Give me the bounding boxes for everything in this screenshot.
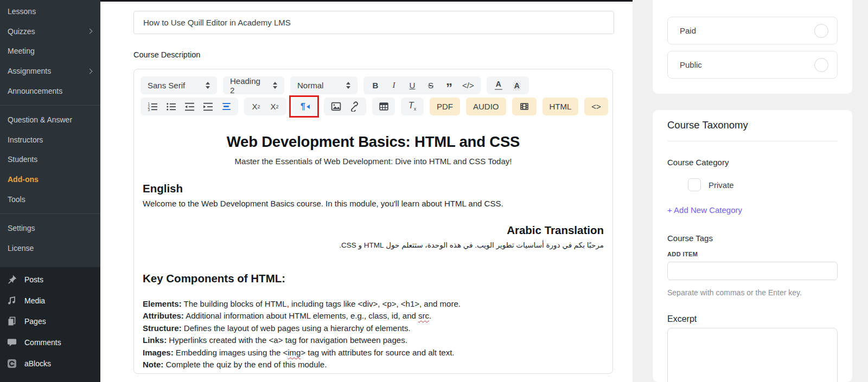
english-paragraph: Welcome to the Web Development Basics co… — [143, 199, 604, 208]
italic-button[interactable]: I — [385, 76, 403, 94]
excerpt-textarea[interactable] — [667, 328, 838, 382]
chevron-right-icon — [87, 68, 93, 74]
public-option[interactable]: Public — [667, 51, 838, 79]
link-icon[interactable] — [346, 98, 363, 115]
html-button[interactable]: HTML — [542, 98, 579, 115]
wp-admin-sidebar: Lessons Quizzes Meeting Assignments Anno… — [0, 0, 100, 382]
ablocks-logo-icon — [7, 358, 17, 369]
video-button[interactable] — [512, 98, 537, 115]
sidebar-divider — [0, 213, 100, 214]
arabic-heading: Arabic Translation — [143, 224, 604, 237]
add-item-label: ADD ITEM — [667, 251, 838, 257]
paid-radio[interactable] — [814, 24, 828, 38]
size-select[interactable]: Normal — [290, 76, 358, 94]
course-title-input[interactable] — [133, 11, 614, 34]
outdent-icon[interactable] — [181, 98, 198, 115]
sidebar-divider — [0, 105, 100, 106]
clear-format-button[interactable]: Tx — [401, 98, 424, 115]
sidebar-item-media[interactable]: Media — [0, 290, 100, 312]
sidebar-item-quizzes[interactable]: Quizzes — [0, 22, 100, 42]
sidebar-item-meeting[interactable]: Meeting — [0, 41, 100, 61]
divider — [667, 141, 838, 141]
clear-format-icon: Tx — [409, 101, 416, 112]
paragraph-direction-icon: ¶ — [301, 102, 310, 112]
english-heading: English — [143, 182, 604, 195]
components-list: Elements: The building blocks of HTML, i… — [143, 298, 604, 371]
sidebar-item-question-answer[interactable]: Question & Answer — [0, 110, 100, 130]
sidebar-item-students[interactable]: Students — [0, 150, 100, 170]
sidebar-item-settings[interactable]: Settings — [0, 218, 100, 238]
table-button[interactable] — [372, 98, 395, 115]
audio-button[interactable]: AUDIO — [466, 98, 506, 115]
pricing-card: Paid Public — [653, 0, 852, 94]
wp-main-menu: Posts Media Pages Comments aBlocks — [0, 267, 100, 382]
sidebar-item-ablocks[interactable]: aBlocks — [0, 353, 100, 374]
excerpt-label: Excerpt — [667, 314, 838, 324]
sidebar-item-tools[interactable]: Tools — [0, 189, 100, 209]
ordered-list-icon[interactable]: 123 — [144, 98, 161, 115]
shortcode-button[interactable]: <> — [584, 98, 608, 115]
strike-button[interactable]: S — [422, 76, 439, 94]
sidebar-item-lessons[interactable]: Lessons — [0, 2, 100, 22]
course-tags-label: Course Tags — [667, 234, 838, 243]
toolbar-row-2: 123 X2 X2 — [141, 98, 608, 115]
font-family-select[interactable]: Sans Serif — [141, 76, 217, 94]
underline-button[interactable]: U — [404, 76, 421, 94]
superscript-icon[interactable]: X2 — [266, 98, 283, 115]
component-line: Attributes: Additional information about… — [143, 310, 604, 322]
table-icon — [379, 101, 389, 112]
pdf-button[interactable]: PDF — [430, 98, 460, 115]
sidebar-item-pages[interactable]: Pages — [0, 311, 100, 332]
content-title: Web Development Basics: HTML and CSS — [143, 133, 604, 151]
component-line: Elements: The building blocks of HTML, i… — [143, 298, 604, 310]
text-color-icon[interactable]: A — [490, 76, 507, 94]
align-icon[interactable] — [218, 98, 235, 115]
svg-text:3: 3 — [148, 108, 150, 112]
heading-select[interactable]: Heading 2 — [223, 76, 284, 94]
chevron-right-icon — [87, 29, 93, 34]
sidebar-item-posts[interactable]: Posts — [0, 269, 100, 290]
blockquote-icon[interactable]: ” — [441, 76, 458, 94]
course-description-label: Course Description — [133, 50, 200, 59]
taxonomy-title: Course Taxonomy — [667, 119, 838, 131]
sidebar-item-license[interactable]: License — [0, 238, 100, 258]
component-line: Structure: Defines the layout of web pag… — [143, 322, 604, 334]
film-icon — [519, 101, 529, 112]
highlight-color-icon[interactable]: A — [508, 76, 526, 94]
component-line: Links: Hyperlinks created with the <a> t… — [143, 334, 604, 346]
code-block-icon[interactable]: </> — [459, 76, 477, 94]
private-checkbox[interactable] — [688, 178, 701, 191]
sidebar-item-assignments[interactable]: Assignments — [0, 61, 100, 81]
public-radio[interactable] — [814, 58, 828, 72]
media-group — [324, 98, 366, 115]
format-group: B I U S ” </> — [363, 76, 481, 94]
pushpin-icon — [7, 274, 17, 285]
tags-input[interactable] — [667, 262, 838, 280]
pages-icon — [7, 316, 17, 327]
top-border-bar — [100, 0, 633, 2]
subscript-icon[interactable]: X2 — [247, 98, 265, 115]
quill-editor: Sans Serif Heading 2 Normal B I U S ” </… — [133, 69, 613, 374]
add-new-category-link[interactable]: + Add New Category — [667, 205, 838, 215]
media-icon — [7, 295, 17, 306]
course-builder-panel: Course Description Sans Serif Heading 2 … — [100, 0, 633, 382]
paid-option[interactable]: Paid — [667, 17, 838, 44]
color-group: A A — [487, 76, 529, 94]
course-taxonomy-card: Course Taxonomy Course Category Private … — [653, 110, 852, 382]
indent-icon[interactable] — [199, 98, 216, 115]
component-line: Images: Embedding images using the <img>… — [143, 347, 604, 359]
plugin-submenu: Lessons Quizzes Meeting Assignments Anno… — [0, 0, 100, 267]
rtl-direction-button[interactable]: ¶ — [292, 98, 318, 115]
content-subtitle: Master the Essentials of Web Development… — [143, 157, 604, 166]
updown-arrows-icon — [346, 82, 350, 89]
sidebar-item-instructors[interactable]: Instructors — [0, 130, 100, 150]
sidebar-item-addons[interactable]: Add-ons — [0, 170, 100, 190]
bold-button[interactable]: B — [367, 76, 384, 94]
image-icon[interactable] — [327, 98, 344, 115]
sidebar-item-comments[interactable]: Comments — [0, 332, 100, 353]
editor-content-area[interactable]: Web Development Basics: HTML and CSS Mas… — [134, 121, 612, 371]
updown-arrows-icon — [206, 82, 210, 89]
sidebar-item-announcements[interactable]: Announcements — [0, 81, 100, 101]
bullet-list-icon[interactable] — [162, 98, 180, 115]
course-category-label: Course Category — [667, 158, 838, 167]
